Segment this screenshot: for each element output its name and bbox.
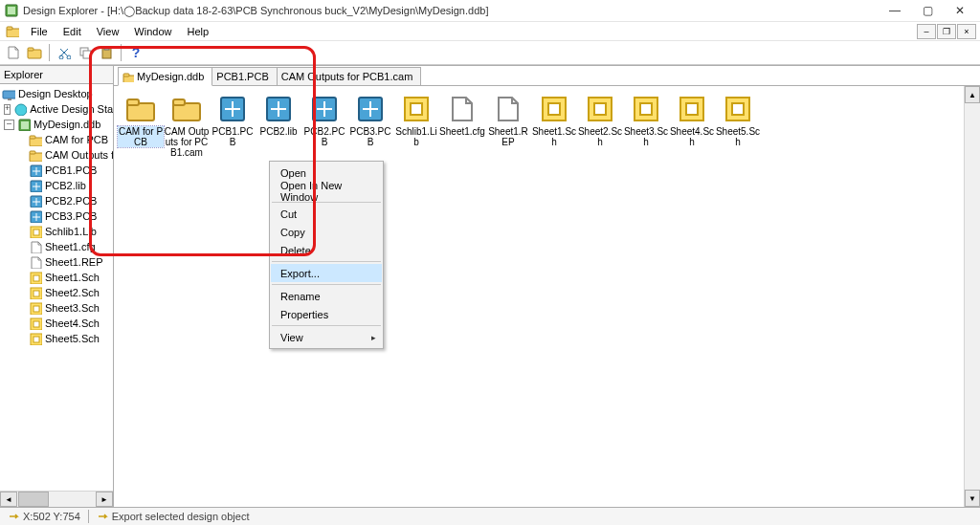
ctx-export[interactable]: Export...	[271, 264, 382, 282]
desktop-icon	[2, 87, 15, 100]
tree-item[interactable]: Sheet5.Sch	[0, 331, 113, 346]
file-icon	[29, 301, 42, 315]
tree-root[interactable]: Design Desktop	[0, 86, 113, 101]
ctx-rename[interactable]: Rename	[271, 287, 382, 305]
explorer-tree[interactable]: Design Desktop + Active Design Stations …	[0, 84, 113, 491]
file-item[interactable]: Sheet5.Sch	[715, 94, 761, 158]
tab-mydesign[interactable]: MyDesign.ddb	[118, 67, 212, 86]
file-icon	[585, 94, 615, 124]
app-icon	[4, 3, 19, 18]
file-item[interactable]: Sheet1.Sch	[531, 94, 577, 158]
content-view[interactable]: CAM for PCBCAM Outputs for PCB1.camPCB1.…	[114, 86, 980, 507]
file-item[interactable]: Sheet2.Sch	[577, 94, 623, 158]
toolbar-copy-button[interactable]	[76, 43, 95, 62]
close-button[interactable]: ✕	[944, 1, 976, 20]
file-item[interactable]: PCB1.PCB	[210, 94, 256, 158]
ctx-copy[interactable]: Copy	[271, 223, 382, 241]
tree-item[interactable]: PCB1.PCB	[0, 163, 113, 178]
ctx-view[interactable]: View ▸	[271, 328, 382, 346]
file-icon	[493, 94, 523, 124]
tree-ddb[interactable]: – MyDesign.ddb	[0, 117, 113, 132]
file-label: Sheet1.cfg	[439, 126, 485, 137]
ctx-properties[interactable]: Properties	[271, 305, 382, 323]
mdi-close-button[interactable]: ×	[957, 24, 976, 39]
ctx-cut[interactable]: Cut	[271, 205, 382, 223]
folder-icon	[122, 71, 134, 82]
ctx-separator	[272, 284, 381, 285]
minimize-button[interactable]: —	[879, 1, 911, 20]
expand-icon[interactable]: +	[4, 104, 11, 115]
tree-item[interactable]: Sheet4.Sch	[0, 316, 113, 331]
toolbar-new-button[interactable]	[4, 43, 23, 62]
menu-help[interactable]: Help	[179, 22, 216, 40]
tab-pcb1[interactable]: PCB1.PCB	[212, 67, 277, 85]
file-item[interactable]: CAM for PCB	[118, 94, 164, 158]
file-item[interactable]: Sheet1.cfg	[439, 94, 485, 158]
toolbar-help-button[interactable]: ?	[126, 43, 145, 62]
tree-item[interactable]: PCB2.PCB	[0, 193, 113, 208]
file-item[interactable]: CAM Outputs for PCB1.cam	[164, 94, 210, 158]
collapse-icon[interactable]: –	[4, 120, 14, 130]
scroll-thumb[interactable]	[18, 492, 49, 507]
scroll-down-button[interactable]: ▼	[965, 490, 980, 507]
file-item[interactable]: PCB2.PCB	[301, 94, 347, 158]
file-icon	[29, 164, 42, 177]
file-item[interactable]: Sheet3.Sch	[623, 94, 669, 158]
menu-file[interactable]: File	[23, 22, 56, 40]
tree-item[interactable]: Sheet2.Sch	[0, 285, 113, 300]
file-icon	[539, 94, 569, 124]
maximize-button[interactable]: ▢	[911, 1, 944, 20]
file-item[interactable]: Sheet4.Sch	[669, 94, 715, 158]
content-vscroll[interactable]: ▲ ▼	[964, 86, 980, 507]
ctx-delete[interactable]: Delete	[271, 241, 382, 259]
explorer-header: Explorer	[0, 66, 113, 84]
ctx-open-new[interactable]: Open In New Window	[271, 182, 382, 200]
toolbar-paste-button[interactable]	[97, 43, 116, 62]
tree-label: Design Desktop	[18, 88, 93, 99]
menu-window[interactable]: Window	[126, 22, 179, 40]
toolbar: ?	[0, 41, 980, 65]
file-icon	[29, 209, 42, 223]
tree-item[interactable]: PCB3.PCB	[0, 208, 113, 224]
tab-cam[interactable]: CAM Outputs for PCB1.cam	[277, 67, 422, 85]
scroll-left-button[interactable]: ◄	[0, 492, 17, 507]
status-coords-cell: X:502 Y:754	[0, 511, 88, 522]
scroll-right-button[interactable]: ►	[96, 492, 113, 507]
file-icon	[29, 194, 42, 208]
file-item[interactable]: PCB2.lib	[256, 94, 301, 158]
file-icon	[29, 271, 42, 284]
tree-item[interactable]: PCB2.lib	[0, 178, 113, 193]
tree-label: PCB2.PCB	[45, 195, 97, 207]
file-item[interactable]: Schlib1.Lib	[393, 94, 439, 158]
file-item[interactable]: Sheet1.REP	[485, 94, 531, 158]
tree-stations[interactable]: + Active Design Stations	[0, 101, 113, 117]
tree-item[interactable]: Schlib1.Lib	[0, 224, 113, 239]
toolbar-open-button[interactable]	[25, 43, 44, 62]
tree-item[interactable]: CAM Outputs for PC	[0, 147, 113, 163]
scroll-up-button[interactable]: ▲	[965, 86, 980, 103]
status-message: Export selected design object	[112, 511, 250, 522]
menu-edit[interactable]: Edit	[56, 22, 89, 40]
file-label: Sheet5.Sch	[715, 126, 761, 147]
file-icon	[263, 94, 294, 124]
file-icon	[29, 225, 42, 238]
file-icon	[171, 94, 202, 124]
mdi-restore-button[interactable]: ❐	[937, 24, 956, 39]
tree-item[interactable]: Sheet1.cfg	[0, 239, 113, 254]
explorer-hscroll[interactable]: ◄ ►	[0, 491, 113, 507]
mdi-minimize-button[interactable]: –	[917, 24, 936, 39]
ctx-separator	[272, 325, 381, 326]
menu-view[interactable]: View	[89, 22, 127, 40]
arrow-icon	[97, 513, 108, 520]
tree-item[interactable]: CAM for PCB	[0, 132, 113, 147]
file-icon	[401, 94, 432, 124]
tree-item[interactable]: Sheet1.REP	[0, 254, 113, 270]
document-icon	[6, 24, 19, 37]
toolbar-cut-button[interactable]	[55, 43, 74, 62]
window-title: Design Explorer - [H:\◯Backup data 18-2-…	[23, 5, 879, 17]
tree-item[interactable]: Sheet3.Sch	[0, 300, 113, 316]
file-icon	[217, 94, 248, 124]
file-item[interactable]: PCB3.PCB	[347, 94, 393, 158]
tree-item[interactable]: Sheet1.Sch	[0, 270, 113, 285]
tab-label: MyDesign.ddb	[137, 71, 204, 82]
